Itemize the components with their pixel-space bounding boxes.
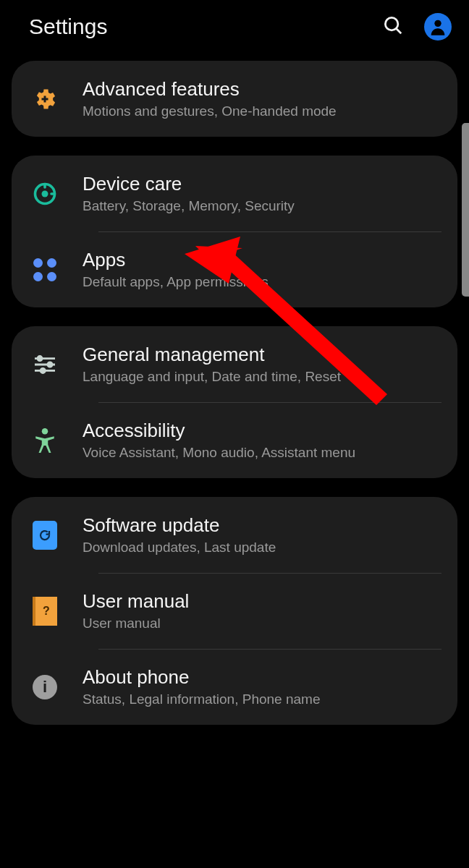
software-update-icon [28, 518, 62, 553]
item-subtitle: Battery, Storage, Memory, Security [83, 198, 441, 214]
scrollbar-thumb[interactable] [462, 123, 469, 297]
item-text: Device care Battery, Storage, Memory, Se… [83, 173, 441, 214]
item-subtitle: Download updates, Last update [83, 540, 441, 556]
item-text: About phone Status, Legal information, P… [83, 666, 441, 707]
gear-plus-icon [28, 82, 62, 116]
item-title: Apps [83, 249, 441, 271]
svg-point-11 [42, 428, 48, 435]
item-text: Accessibility Voice Assistant, Mono audi… [83, 420, 441, 461]
item-text: Software update Download updates, Last u… [83, 514, 441, 556]
settings-item-about-phone[interactable]: i About phone Status, Legal information,… [12, 649, 457, 725]
info-icon: i [28, 670, 62, 705]
item-text: User manual User manual [83, 590, 441, 631]
settings-group: General management Language and input, D… [12, 326, 457, 478]
settings-item-accessibility[interactable]: Accessibility Voice Assistant, Mono audi… [12, 402, 457, 478]
item-title: About phone [83, 666, 441, 689]
accessibility-icon [28, 423, 62, 458]
user-manual-icon: ? [28, 594, 62, 629]
settings-item-user-manual[interactable]: ? User manual User manual [12, 573, 457, 649]
item-subtitle: Motions and gestures, One-handed mode [83, 103, 441, 119]
settings-group: Device care Battery, Storage, Memory, Se… [12, 156, 457, 307]
svg-point-4 [42, 190, 48, 197]
svg-point-0 [385, 17, 398, 30]
item-text: General management Language and input, D… [83, 344, 441, 385]
settings-item-advanced-features[interactable]: Advanced features Motions and gestures, … [12, 61, 457, 137]
item-subtitle: Default apps, App permissions [83, 274, 441, 290]
svg-point-6 [38, 356, 42, 360]
item-subtitle: User manual [83, 616, 441, 631]
item-subtitle: Language and input, Date and time, Reset [83, 369, 441, 385]
settings-group: Advanced features Motions and gestures, … [12, 61, 457, 137]
item-text: Apps Default apps, App permissions [83, 249, 441, 290]
page-title: Settings [29, 14, 382, 39]
settings-item-software-update[interactable]: Software update Download updates, Last u… [12, 497, 457, 573]
header: Settings [0, 0, 469, 61]
item-title: Accessibility [83, 420, 441, 442]
item-title: General management [83, 344, 441, 366]
item-subtitle: Status, Legal information, Phone name [83, 692, 441, 707]
svg-point-10 [41, 368, 45, 373]
svg-point-8 [48, 362, 52, 366]
settings-item-apps[interactable]: Apps Default apps, App permissions [12, 231, 457, 307]
item-text: Advanced features Motions and gestures, … [83, 78, 441, 119]
item-subtitle: Voice Assistant, Mono audio, Assistant m… [83, 445, 441, 461]
item-title: Advanced features [83, 78, 441, 101]
sliders-icon [28, 347, 62, 382]
account-avatar-icon[interactable] [424, 13, 452, 41]
device-care-icon [28, 176, 62, 211]
item-title: User manual [83, 590, 441, 613]
settings-item-general-management[interactable]: General management Language and input, D… [12, 326, 457, 402]
search-icon[interactable] [382, 14, 404, 39]
item-title: Software update [83, 514, 441, 537]
svg-point-2 [434, 20, 441, 27]
apps-icon [28, 252, 62, 287]
svg-line-1 [397, 29, 402, 34]
item-title: Device care [83, 173, 441, 195]
settings-item-device-care[interactable]: Device care Battery, Storage, Memory, Se… [12, 156, 457, 231]
header-actions [382, 13, 452, 41]
settings-group: Software update Download updates, Last u… [12, 497, 457, 725]
settings-list: Advanced features Motions and gestures, … [0, 61, 469, 725]
